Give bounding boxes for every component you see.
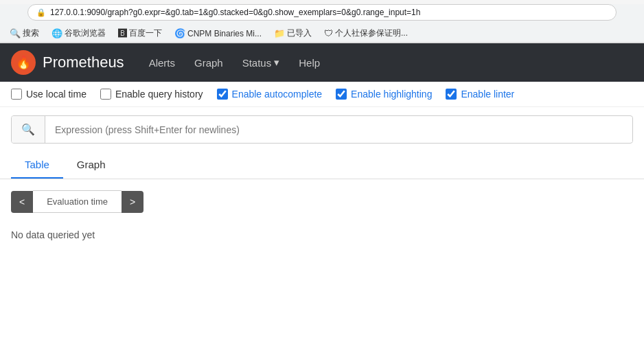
insurance-bm-icon: 🛡 [324, 28, 333, 38]
bookmark-imported[interactable]: 📁 已导入 [270, 26, 316, 41]
dropdown-arrow-icon: ▾ [274, 56, 279, 69]
eval-time-row: < Evaluation time > [11, 190, 633, 213]
bookmark-insurance-label: 个人社保参保证明... [335, 27, 408, 39]
navbar: 🔥 Prometheus Alerts Graph Status ▾ Help [0, 43, 644, 82]
highlighting-label: Enable highlighting [351, 89, 432, 100]
option-local-time[interactable]: Use local time [11, 89, 87, 100]
search-bar: 🔍 [11, 115, 633, 144]
baidu-bm-icon: 🅱 [118, 28, 127, 38]
nav-links: Alerts Graph Status ▾ Help [141, 51, 633, 74]
expression-input[interactable] [45, 117, 632, 142]
bookmarks-bar: 🔍 搜索 🌐 谷歌浏览器 🅱 百度一下 🌀 CNPM Binaries Mi..… [0, 25, 644, 43]
no-data-message: No data queried yet [11, 224, 633, 251]
bookmark-insurance[interactable]: 🛡 个人社保参保证明... [320, 26, 412, 41]
autocomplete-checkbox[interactable] [217, 89, 228, 100]
search-button[interactable]: 🔍 [12, 116, 45, 143]
lock-icon: 🔒 [36, 8, 46, 17]
browser-chrome: 🔒 127.0.0.1:9090/graph?g0.expr=&g0.tab=1… [0, 4, 644, 43]
brand-name: Prometheus [43, 54, 124, 71]
query-history-label: Enable query history [115, 89, 203, 100]
main-content: Use local time Enable query history Enab… [0, 82, 644, 353]
bookmark-imported-label: 已导入 [287, 27, 312, 39]
imported-bm-icon: 📁 [274, 28, 285, 38]
option-query-history[interactable]: Enable query history [100, 89, 203, 100]
bookmark-search[interactable]: 🔍 搜索 [5, 26, 43, 41]
brand[interactable]: 🔥 Prometheus [11, 50, 124, 75]
url-text: 127.0.0.1:9090/graph?g0.expr=&g0.tab=1&g… [50, 8, 420, 17]
option-autocomplete[interactable]: Enable autocomplete [217, 89, 323, 100]
tab-table[interactable]: Table [11, 152, 63, 179]
local-time-label: Use local time [26, 89, 87, 100]
bookmark-baidu-label: 百度一下 [129, 27, 162, 39]
bookmark-search-label: 搜索 [23, 27, 39, 39]
eval-next-button[interactable]: > [122, 191, 143, 213]
chrome-bm-icon: 🌐 [51, 28, 62, 38]
linter-checkbox[interactable] [446, 89, 457, 100]
autocomplete-label: Enable autocomplete [232, 89, 323, 100]
eval-prev-button[interactable]: < [11, 191, 33, 213]
nav-alerts[interactable]: Alerts [141, 52, 183, 74]
query-history-checkbox[interactable] [100, 89, 111, 100]
options-bar: Use local time Enable query history Enab… [0, 82, 644, 107]
tabs-container: Table Graph [0, 152, 644, 179]
option-linter[interactable]: Enable linter [446, 89, 514, 100]
table-tab-content: < Evaluation time > No data queried yet [0, 179, 644, 262]
search-bm-icon: 🔍 [10, 28, 21, 38]
bookmark-cnpm-label: CNPM Binaries Mi... [187, 29, 262, 38]
cnpm-bm-icon: 🌀 [174, 28, 185, 38]
nav-help[interactable]: Help [290, 52, 328, 74]
nav-status[interactable]: Status ▾ [234, 51, 288, 74]
bookmark-chrome[interactable]: 🌐 谷歌浏览器 [47, 26, 110, 41]
brand-icon: 🔥 [11, 50, 36, 75]
highlighting-checkbox[interactable] [336, 89, 347, 100]
bookmark-chrome-label: 谷歌浏览器 [65, 27, 106, 39]
eval-time-label: Evaluation time [33, 190, 122, 213]
address-bar[interactable]: 🔒 127.0.0.1:9090/graph?g0.expr=&g0.tab=1… [27, 4, 617, 21]
tab-graph[interactable]: Graph [63, 152, 119, 179]
option-highlighting[interactable]: Enable highlighting [336, 89, 432, 100]
linter-label: Enable linter [461, 89, 514, 100]
local-time-checkbox[interactable] [11, 89, 22, 100]
bookmark-cnpm[interactable]: 🌀 CNPM Binaries Mi... [170, 27, 266, 40]
bookmark-baidu[interactable]: 🅱 百度一下 [114, 26, 166, 41]
nav-graph[interactable]: Graph [186, 52, 231, 74]
